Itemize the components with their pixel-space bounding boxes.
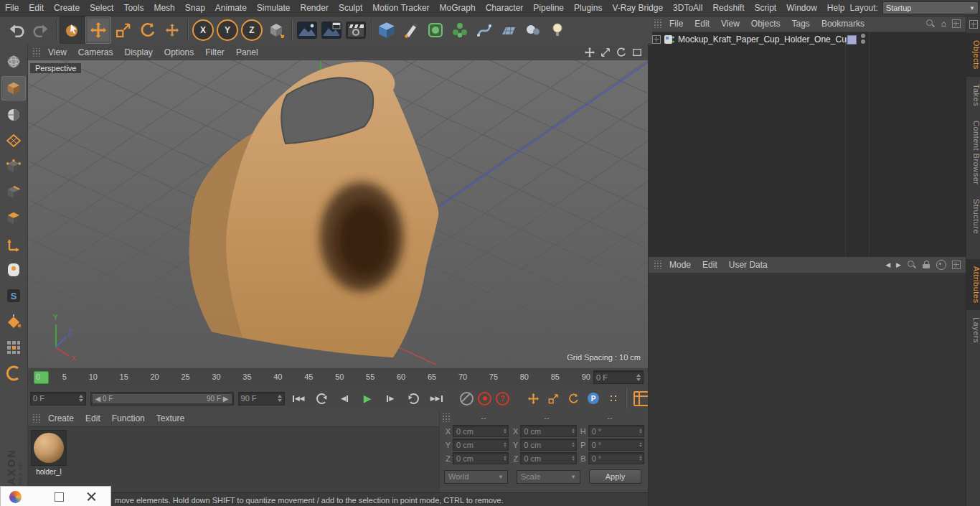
subdivision-surface-button[interactable] (423, 17, 448, 43)
key-pla-toggle[interactable] (606, 390, 621, 406)
size-z-input[interactable]: 0 cm (520, 452, 576, 464)
viewport-canvas[interactable]: Y X Z Perspective Grid Spacing : 10 cm (27, 60, 648, 367)
add-cube-button[interactable] (374, 17, 399, 43)
texture-mode-button[interactable] (2, 103, 25, 126)
expand-hierarchy-icon[interactable] (652, 35, 661, 44)
lock-y-axis-button[interactable]: Y (217, 19, 238, 41)
key-rotation-toggle[interactable] (565, 390, 581, 406)
tab-structure[interactable]: Structure (966, 192, 980, 241)
object-menu-item[interactable]: File (664, 16, 689, 32)
add-panel-icon[interactable] (952, 261, 961, 269)
live-selection-tool[interactable] (60, 17, 85, 44)
viewport-menu-item[interactable]: View (42, 44, 72, 60)
menubar-item[interactable]: Snap (180, 0, 210, 16)
position-x-input[interactable]: 0 cm (453, 425, 509, 437)
search-icon[interactable] (925, 19, 936, 29)
menubar-item[interactable]: Mesh (149, 0, 179, 16)
menubar-item[interactable]: MoGraph (435, 0, 481, 16)
frame-range-slider[interactable]: ◀ 0 F 90 F ▶ (90, 392, 234, 406)
undo-button[interactable] (4, 17, 29, 43)
panel-grip[interactable] (442, 413, 450, 422)
material-menu-item[interactable]: Create (42, 411, 80, 426)
viewport-menu-item[interactable]: Options (159, 44, 199, 60)
panel-grip[interactable] (654, 19, 661, 28)
scale-mode-select[interactable]: Scale▼ (517, 470, 580, 484)
key-parameter-toggle[interactable]: P (585, 390, 601, 406)
previous-frame-button[interactable]: ◀ (335, 390, 354, 407)
object-menu-item[interactable]: Tags (786, 16, 816, 32)
menubar-item[interactable]: Render (296, 0, 334, 16)
spline-pen-button[interactable] (399, 17, 423, 43)
menubar-item[interactable]: Window (781, 0, 822, 16)
light-object-button[interactable] (545, 17, 570, 43)
record-keyframe-button[interactable] (478, 392, 491, 406)
layout-select[interactable]: Startup ▼ (882, 1, 979, 14)
rotate-view-icon[interactable] (616, 47, 626, 57)
key-position-toggle[interactable] (525, 390, 541, 406)
menubar-item[interactable]: Plugins (569, 0, 607, 16)
goto-start-button[interactable]: ◀◀ (289, 390, 308, 407)
rotation-h-input[interactable]: 0 ° (588, 425, 644, 437)
world-space-select[interactable]: World▼ (444, 470, 508, 484)
history-back-icon[interactable]: ◀ (885, 261, 890, 268)
object-menu-item[interactable]: Bookmarks (816, 16, 870, 32)
browser-icon[interactable] (9, 491, 22, 503)
points-mode-button[interactable] (2, 155, 25, 178)
menubar-item[interactable]: Tools (118, 0, 149, 16)
edges-mode-button[interactable] (2, 181, 25, 204)
timeline-ruler[interactable]: 05 1015 2025 3035 4045 5055 6065 7075 80… (27, 367, 648, 388)
menubar-item[interactable]: V-Ray Bridge (607, 0, 668, 16)
tab-layers[interactable]: Layers (966, 310, 980, 350)
menubar-item[interactable]: Help (822, 0, 850, 16)
open-timeline-button[interactable] (633, 390, 649, 406)
move-tool[interactable] (85, 17, 111, 44)
menubar-item[interactable]: Animate (210, 0, 252, 16)
rotate-tool[interactable] (136, 17, 160, 43)
last-used-tool[interactable] (160, 17, 184, 43)
start-frame-spinner[interactable]: 0 F (30, 392, 86, 406)
panel-grip[interactable] (654, 261, 661, 269)
material-menu-item[interactable]: Edit (80, 411, 106, 426)
model-mode-button[interactable] (1, 76, 26, 100)
attribute-menu-item[interactable]: User Data (723, 257, 773, 273)
menubar-item[interactable]: Redshift (707, 0, 749, 16)
floor-object-button[interactable] (496, 17, 521, 43)
lock-z-axis-button[interactable]: Z (241, 19, 263, 41)
viewport-menu-item[interactable]: Display (118, 44, 158, 60)
position-z-input[interactable]: 0 cm (453, 452, 509, 464)
convert-tool[interactable] (2, 50, 25, 73)
scale-tool[interactable] (111, 17, 136, 43)
snap-button[interactable]: S (2, 284, 25, 307)
enable-axis-button[interactable] (2, 233, 25, 256)
coordinate-system-button[interactable] (264, 17, 288, 43)
end-frame-spinner[interactable]: 90 F (238, 392, 286, 406)
goto-end-button[interactable]: ▶▶ (427, 390, 446, 407)
next-frame-button[interactable]: ▶ (381, 390, 400, 407)
tab-takes[interactable]: Takes (966, 77, 980, 113)
quantize-button[interactable] (2, 362, 25, 385)
position-y-input[interactable]: 0 cm (453, 439, 509, 451)
next-key-button[interactable] (404, 390, 423, 407)
menubar-item[interactable]: File (0, 0, 24, 16)
key-scale-toggle[interactable] (545, 390, 561, 406)
menubar-item[interactable]: Sculpt (334, 0, 367, 16)
menubar-item[interactable]: Select (85, 0, 118, 16)
menubar-item[interactable]: Edit (24, 0, 49, 16)
panel-grip[interactable] (32, 414, 40, 423)
add-panel-icon[interactable] (952, 19, 961, 28)
object-menu-item[interactable]: Objects (745, 16, 786, 32)
render-settings-button[interactable] (344, 17, 368, 43)
viewport-menu-item[interactable]: Cameras (72, 44, 119, 60)
paint-tool-button[interactable] (2, 310, 25, 333)
material-item[interactable]: holder_l (30, 430, 67, 476)
model-cup-holder[interactable] (189, 62, 438, 357)
attribute-menu-item[interactable]: Edit (697, 257, 723, 273)
layer-color-chip[interactable] (847, 35, 857, 44)
menubar-item[interactable]: Motion Tracker (367, 0, 434, 16)
apply-button[interactable]: Apply (589, 469, 641, 484)
attribute-menu-item[interactable]: Mode (664, 257, 697, 273)
restore-window-icon[interactable] (55, 492, 64, 502)
object-menu-item[interactable]: View (715, 16, 745, 32)
target-icon[interactable] (936, 260, 946, 270)
polygons-mode-button[interactable] (2, 207, 25, 230)
